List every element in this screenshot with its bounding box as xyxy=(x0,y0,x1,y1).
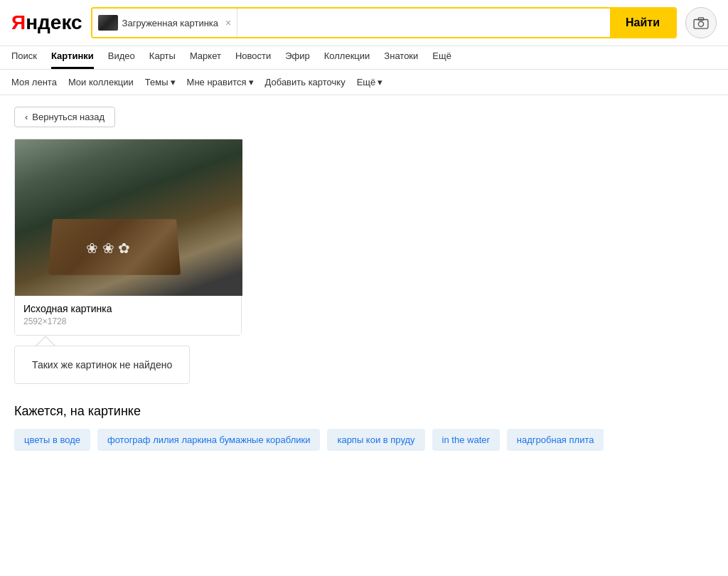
nav-item-video[interactable]: Видео xyxy=(108,50,135,69)
nav-secondary-likes[interactable]: Мне нравится ▾ xyxy=(187,77,254,87)
more-label: Ещё xyxy=(357,77,376,87)
themes-chevron-icon: ▾ xyxy=(171,77,176,87)
nav-primary: Поиск Картинки Видео Карты Маркет Новост… xyxy=(0,46,728,70)
more-chevron-icon: ▾ xyxy=(378,77,382,87)
search-image-chip: Загруженная картинка × xyxy=(92,9,238,37)
header: Яндекс Загруженная картинка × Найти xyxy=(0,0,728,46)
tag-chip-0[interactable]: цветы в воде xyxy=(14,429,90,451)
back-button[interactable]: ‹ Вернуться назад xyxy=(14,107,115,127)
nav-item-news[interactable]: Новости xyxy=(235,50,271,69)
search-input[interactable] xyxy=(237,9,610,37)
image-preview xyxy=(15,139,242,296)
svg-point-1 xyxy=(698,21,703,26)
tag-chip-1[interactable]: фотограф лилия ларкина бумажные кораблик… xyxy=(97,429,320,451)
nav-item-search[interactable]: Поиск xyxy=(11,50,37,69)
seems-section: Кажется, на картинке цветы в воде фотогр… xyxy=(14,404,714,451)
back-button-label: Вернуться назад xyxy=(32,112,105,122)
nav-secondary-add-card[interactable]: Добавить карточку xyxy=(265,77,346,87)
chip-label: Загруженная картинка xyxy=(122,18,218,28)
no-results-text: Таких же картинок не найдено xyxy=(32,359,172,370)
search-button[interactable]: Найти xyxy=(610,9,675,37)
nav-secondary-my-feed[interactable]: Моя лента xyxy=(11,77,57,87)
logo-red: Я xyxy=(11,11,26,33)
tag-chip-2[interactable]: карпы кои в пруду xyxy=(327,429,424,451)
camera-search-button[interactable] xyxy=(685,7,717,38)
nav-item-collections[interactable]: Коллекции xyxy=(324,50,370,69)
logo-black: ндекс xyxy=(26,11,82,33)
tag-chip-4[interactable]: надгробная плита xyxy=(507,429,604,451)
nav-secondary-more[interactable]: Ещё ▾ xyxy=(357,77,383,87)
svg-rect-0 xyxy=(694,20,708,29)
image-result-card: Исходная картинка 2592×1728 xyxy=(14,139,714,336)
nav-item-market[interactable]: Маркет xyxy=(190,50,221,69)
nav-secondary-my-collections[interactable]: Мои коллекции xyxy=(68,77,134,87)
nav-item-maps[interactable]: Карты xyxy=(149,50,176,69)
nav-item-more[interactable]: Ещё xyxy=(432,50,451,69)
nav-item-znatoki[interactable]: Знатоки xyxy=(384,50,418,69)
tags-row: цветы в воде фотограф лилия ларкина бума… xyxy=(14,429,714,451)
image-title: Исходная картинка xyxy=(23,303,232,314)
nav-secondary-themes[interactable]: Темы ▾ xyxy=(145,77,176,87)
themes-label: Темы xyxy=(145,77,168,87)
image-size: 2592×1728 xyxy=(23,316,232,326)
main-content: ‹ Вернуться назад Исходная картинка 2592… xyxy=(0,95,728,462)
chip-close-icon[interactable]: × xyxy=(225,17,231,28)
image-card-inner[interactable]: Исходная картинка 2592×1728 xyxy=(14,139,242,336)
card-pointer xyxy=(36,336,55,346)
logo[interactable]: Яндекс xyxy=(11,13,82,33)
image-info: Исходная картинка 2592×1728 xyxy=(15,296,241,335)
svg-rect-2 xyxy=(698,18,703,21)
nav-item-efir[interactable]: Эфир xyxy=(285,50,310,69)
nav-item-images[interactable]: Картинки xyxy=(51,50,94,69)
no-results-box: Таких же картинок не найдено xyxy=(14,346,190,384)
seems-title: Кажется, на картинке xyxy=(14,404,714,419)
tag-chip-3[interactable]: in the water xyxy=(432,429,500,451)
search-image-thumbnail xyxy=(98,15,118,31)
search-bar: Загруженная картинка × Найти xyxy=(91,7,677,38)
nav-secondary: Моя лента Мои коллекции Темы ▾ Мне нрави… xyxy=(0,70,728,95)
likes-label: Мне нравится xyxy=(187,77,247,87)
back-arrow-icon: ‹ xyxy=(25,112,28,122)
camera-icon xyxy=(693,16,709,29)
likes-chevron-icon: ▾ xyxy=(249,77,254,87)
